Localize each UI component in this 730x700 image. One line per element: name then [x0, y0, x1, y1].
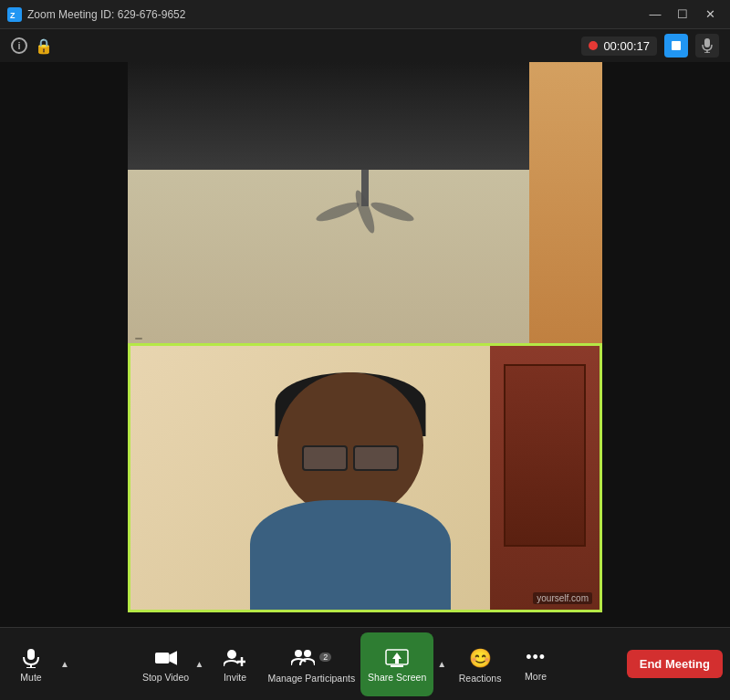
microphone-icon	[701, 38, 714, 53]
svg-rect-2	[704, 38, 710, 47]
share-screen-chevron[interactable]: ▲	[435, 632, 448, 696]
self-video-feed: yourself.com	[128, 343, 602, 612]
share-screen-button[interactable]: Share Screen	[360, 632, 433, 696]
svg-point-10	[227, 650, 236, 659]
room-background	[128, 62, 602, 345]
stop-recording-button[interactable]	[664, 34, 688, 57]
recording-timer: 00:00:17	[581, 37, 657, 56]
maximize-button[interactable]: ☐	[670, 5, 695, 25]
stop-video-chevron[interactable]: ▲	[193, 632, 206, 696]
glasses-right-lens	[353, 445, 399, 471]
mute-label: Mute	[20, 672, 41, 683]
mic-icon	[21, 648, 41, 668]
person-glasses	[296, 445, 405, 473]
svg-rect-8	[155, 653, 169, 663]
stop-video-group: Stop Video ▲	[139, 632, 206, 696]
reactions-button[interactable]: 😊 Reactions	[448, 632, 512, 696]
self-door-panel	[504, 364, 586, 547]
close-button[interactable]: ✕	[697, 5, 723, 25]
manage-participants-label: Manage Participants	[267, 673, 355, 684]
self-video-name-tag: yourself.com	[533, 592, 592, 604]
more-icon: •••	[526, 648, 546, 667]
title-text: Zoom Meeting ID: 629-676-9652	[27, 8, 185, 21]
toolbar-right: End Meeting	[627, 650, 726, 678]
more-button[interactable]: ••• More	[512, 632, 559, 696]
toolbar: Mute ▲ Stop Video ▲ Invit	[0, 627, 730, 700]
glasses-left-lens	[302, 445, 348, 471]
invite-button[interactable]: Invite	[205, 632, 264, 696]
svg-rect-5	[27, 649, 35, 660]
person-body	[250, 500, 451, 610]
main-video-name-tag	[135, 338, 142, 340]
self-door	[490, 346, 600, 610]
svg-text:Z: Z	[10, 11, 16, 20]
title-bar-left: Z Zoom Meeting ID: 629-676-9652	[7, 7, 185, 22]
share-screen-icon	[385, 648, 409, 668]
mute-chevron[interactable]: ▲	[58, 632, 71, 696]
recording-dot	[589, 41, 598, 50]
participants-icon	[291, 647, 315, 667]
mute-group: Mute ▲	[4, 632, 71, 696]
lock-icon[interactable]: 🔒	[35, 37, 53, 55]
stop-video-button[interactable]: Stop Video	[139, 632, 193, 696]
top-controls-bar: i 🔒 00:00:17	[0, 29, 730, 62]
share-screen-group: Share Screen ▲	[359, 632, 448, 696]
end-meeting-button[interactable]: End Meeting	[627, 650, 723, 678]
fan-blade-1	[314, 199, 360, 225]
svg-point-14	[304, 650, 311, 657]
info-icon[interactable]: i	[11, 37, 27, 54]
share-screen-label: Share Screen	[368, 672, 426, 683]
fan-blade-2	[369, 199, 415, 225]
camera-icon	[155, 648, 177, 668]
zoom-logo-icon: Z	[7, 7, 22, 22]
room-door	[529, 62, 602, 345]
svg-marker-16	[392, 653, 402, 663]
mute-button[interactable]: Mute	[4, 632, 58, 696]
manage-participants-button[interactable]: 2 Manage Participants	[264, 632, 359, 696]
svg-point-13	[295, 650, 302, 657]
timer-value: 00:00:17	[603, 39, 650, 53]
invite-label: Invite	[224, 672, 246, 683]
stop-video-label: Stop Video	[142, 672, 189, 683]
top-left-icons: i 🔒	[11, 37, 53, 55]
stop-icon	[672, 41, 681, 50]
reactions-label: Reactions	[459, 673, 502, 684]
title-bar: Z Zoom Meeting ID: 629-676-9652 — ☐ ✕	[0, 0, 730, 29]
invite-icon	[224, 648, 245, 668]
top-mic-button[interactable]	[695, 34, 719, 57]
video-area: yourself.com	[0, 62, 730, 627]
person-silhouette	[204, 372, 496, 610]
participants-badge: 2	[319, 653, 331, 662]
title-bar-controls: — ☐ ✕	[642, 5, 723, 25]
top-right-controls: 00:00:17	[581, 34, 719, 57]
main-video-feed	[128, 62, 602, 345]
reactions-icon: 😊	[469, 647, 492, 669]
minimize-button[interactable]: —	[642, 5, 668, 25]
more-label: More	[525, 671, 547, 682]
self-background: yourself.com	[130, 346, 600, 610]
toolbar-center: Stop Video ▲ Invite 2	[71, 632, 627, 696]
svg-marker-9	[169, 651, 177, 664]
fan-blades	[310, 198, 420, 225]
toolbar-left: Mute ▲	[4, 632, 71, 696]
